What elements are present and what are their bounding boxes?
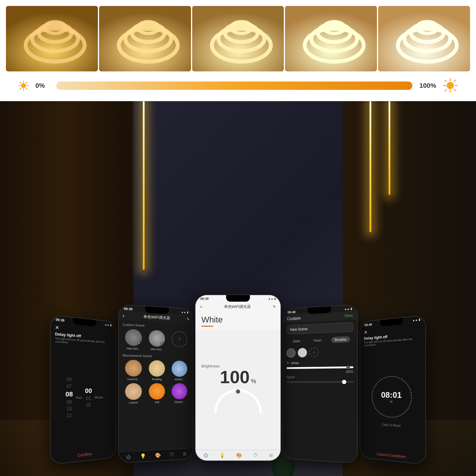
- brightness-handle[interactable]: [346, 366, 350, 369]
- save-button[interactable]: Save: [344, 313, 353, 318]
- soft-circle[interactable]: [149, 383, 165, 400]
- main-app-header: ‹ 单色WiFi调光器 ✎: [195, 301, 281, 312]
- tab-breathe[interactable]: Breathe: [331, 336, 350, 343]
- brightness-track[interactable]: [56, 82, 412, 90]
- sun-icon-dim: [18, 80, 29, 92]
- nav-bulb-main[interactable]: 💡: [219, 452, 225, 458]
- scene-leisure[interactable]: Leisure: [123, 383, 144, 404]
- timer-circle[interactable]: 08:01 M: [372, 375, 412, 418]
- tab-flash[interactable]: Flash: [310, 337, 325, 344]
- add-scene-item[interactable]: +: [170, 331, 190, 352]
- scene-dynamic[interactable]: Dynam...: [170, 383, 190, 403]
- scene-soft[interactable]: Soft: [146, 383, 167, 404]
- add-scene-button[interactable]: +: [172, 331, 187, 347]
- time-picker: 06 07 08 09 10 11 Hour 00 01 02 Minute: [51, 344, 116, 452]
- back-icon-main[interactable]: ‹: [200, 303, 202, 310]
- leisure-circle[interactable]: [125, 383, 142, 400]
- svg-line-41: [454, 80, 456, 82]
- custom-scene-circle-1[interactable]: ✎: [125, 329, 142, 346]
- hour-08-selected: 08: [65, 390, 73, 398]
- goodnight-circle[interactable]: [125, 360, 142, 377]
- white-brightness-bar[interactable]: [286, 366, 353, 369]
- reading-circle[interactable]: [149, 360, 165, 377]
- nav-grid-scene[interactable]: ⊞: [183, 451, 186, 457]
- working-circle[interactable]: [172, 361, 187, 377]
- signal-custom: ▲▲: [344, 307, 350, 311]
- dynamic-circle[interactable]: [172, 383, 187, 399]
- light-strip-2: [99, 6, 191, 71]
- light-strips-row: [6, 6, 470, 71]
- notch-2: [145, 306, 169, 314]
- nav-timer-scene[interactable]: ⏱: [170, 452, 174, 457]
- wifi-icon-1: ▲▲: [105, 323, 109, 326]
- brightness-dial[interactable]: [214, 389, 262, 413]
- mode-title-area: White: [195, 312, 281, 330]
- dial-knob[interactable]: [236, 389, 240, 394]
- soft-label: Soft: [155, 401, 159, 404]
- custom-scene-label: Custom Scene: [123, 323, 190, 329]
- nav-power-main[interactable]: ⏻: [203, 453, 208, 458]
- svg-line-30: [20, 82, 21, 84]
- speed-handle[interactable]: [342, 380, 346, 384]
- brightness-value-display: 100 %: [220, 368, 256, 386]
- nav-timer-main[interactable]: ⏱: [253, 453, 258, 458]
- hour-11: 11: [66, 413, 72, 418]
- main-app-title: 单色WiFi调光器: [224, 304, 251, 309]
- light-strip-5: [378, 6, 470, 71]
- swatch-light-1[interactable]: [298, 348, 307, 357]
- add-swatch-button[interactable]: +: [309, 347, 319, 357]
- main-screen: 09:39 ▲▲ ▮ ‹ 单色WiFi调光器 ✎ White Brightne: [195, 295, 281, 461]
- nav-palette-scene[interactable]: 🎨: [155, 452, 161, 458]
- scene-item-custom1[interactable]: ✎ New Sce...: [123, 329, 144, 350]
- svg-line-39: [445, 80, 447, 82]
- recommend-scene-label: Recommend Scene: [123, 353, 190, 358]
- status-time-custom: 09:40: [288, 310, 296, 314]
- phone-delay-left: 09:39 ▲▲ ▮ ✕ Delay light off The light w…: [50, 314, 116, 465]
- delay-left-screen: 09:39 ▲▲ ▮ ✕ Delay light off The light w…: [51, 315, 116, 464]
- timer-right-screen: 09:40 ▲▲ ▮ ✕ Delay light off The light w…: [360, 315, 425, 464]
- status-time-2: 09:39: [124, 307, 132, 311]
- new-scene-input[interactable]: New Scene: [286, 322, 353, 335]
- light-strip-1: [6, 6, 98, 71]
- scene-reading[interactable]: Reading: [146, 360, 167, 381]
- svg-line-33: [20, 88, 21, 89]
- custom-scene-circle-2[interactable]: ✎: [149, 330, 165, 347]
- status-icons-custom: ▲▲ ▮: [344, 307, 352, 311]
- edit-icon-scene[interactable]: ✎: [187, 317, 190, 321]
- tab-static[interactable]: Static: [289, 338, 304, 344]
- dynamic-label: Dynam...: [174, 400, 184, 403]
- white-label-row: ☀ White: [283, 359, 357, 366]
- minute-label: Minute: [95, 396, 103, 399]
- brightness-unit: %: [251, 378, 256, 385]
- color-swatches: +: [283, 344, 357, 360]
- light-strip-4: [285, 6, 377, 71]
- status-icons-timer: ▲▲ ▮: [412, 318, 420, 322]
- edit-icon-main[interactable]: ✎: [273, 305, 276, 309]
- nav-bulb-scene[interactable]: 💡: [140, 453, 146, 459]
- status-time-1: 09:39: [56, 318, 64, 322]
- swatch-dark-1[interactable]: [286, 348, 295, 358]
- nav-grid-main[interactable]: ⊞: [269, 452, 273, 458]
- hour-label: Hour: [76, 396, 82, 399]
- status-icons-2: ▲▲ ▮: [181, 311, 188, 314]
- min-02: 02: [86, 403, 91, 408]
- timer-unit-display: M: [390, 400, 393, 403]
- battery-icon-2: ▮: [187, 311, 189, 314]
- click-to-reset[interactable]: Click To Reset: [382, 423, 401, 427]
- svg-point-34: [447, 82, 454, 89]
- svg-line-32: [26, 82, 27, 84]
- speed-bar[interactable]: [286, 381, 353, 383]
- scene-goodnight[interactable]: Good Ni...: [123, 360, 144, 381]
- scene-item-custom2[interactable]: ✎ New Sce...: [146, 330, 167, 351]
- back-icon-scene[interactable]: ‹: [123, 312, 124, 319]
- top-section: 0% 100%: [0, 0, 476, 101]
- custom-scene-name-2: New Sce...: [151, 347, 163, 351]
- scene-working[interactable]: Workin...: [170, 361, 190, 381]
- speed-label: Speed: [283, 374, 357, 380]
- brightness-slider-section: 0% 100%: [18, 77, 458, 94]
- light-mode-title: White: [201, 315, 275, 325]
- nav-power-scene[interactable]: ⏻: [126, 454, 131, 460]
- svg-line-42: [445, 90, 447, 91]
- nav-palette-main[interactable]: 🎨: [236, 452, 242, 458]
- scene-content: Custom Scene ✎ New Sce... ✎ Ne: [119, 320, 193, 452]
